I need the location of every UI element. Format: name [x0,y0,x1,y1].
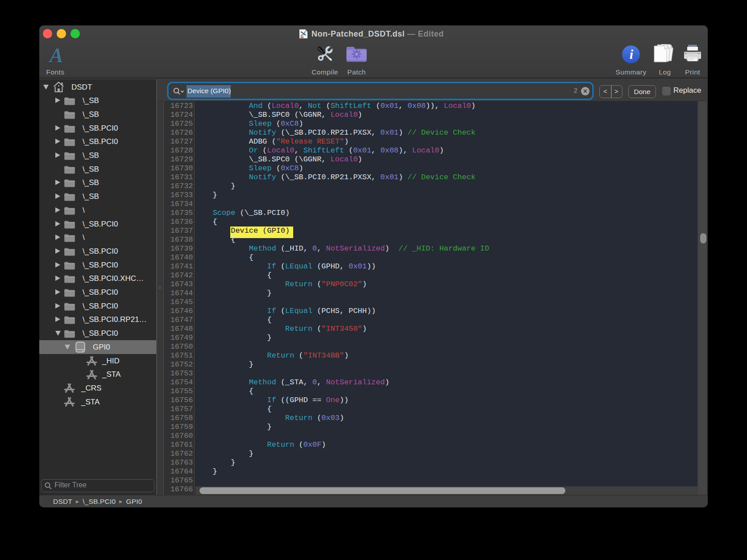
svg-text:DSL: DSL [301,36,303,38]
svg-text:i: i [630,47,634,62]
